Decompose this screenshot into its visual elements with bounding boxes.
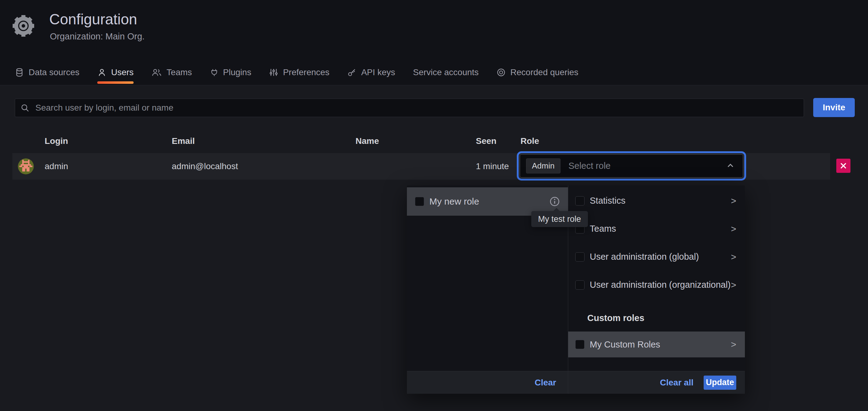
tab-users[interactable]: Users xyxy=(97,60,133,85)
my-new-role-checkbox[interactable] xyxy=(415,197,424,206)
role-tooltip: My test role xyxy=(531,211,588,227)
chevron-right-icon: > xyxy=(731,280,736,290)
user-email: admin@localhost xyxy=(172,153,238,180)
info-icon[interactable] xyxy=(549,196,560,207)
user-avatar xyxy=(18,158,34,174)
grafana-configuration-page: Configuration Organization: Main Org. Da… xyxy=(0,0,868,411)
role-picker-placeholder: Select role xyxy=(568,161,611,171)
clear-all-button[interactable]: Clear all xyxy=(660,378,693,388)
user-seen: 1 minute xyxy=(476,153,509,180)
chevron-right-icon: > xyxy=(731,196,736,206)
column-name: Name xyxy=(355,136,379,146)
users-icon xyxy=(151,67,162,77)
role-picker[interactable]: Admin Select role xyxy=(520,154,743,178)
sliders-icon xyxy=(269,67,278,77)
tab-plugins[interactable]: Plugins xyxy=(210,60,251,85)
tab-teams[interactable]: Teams xyxy=(151,60,192,85)
tab-service-accounts[interactable]: Service accounts xyxy=(413,60,478,85)
statistics-checkbox[interactable] xyxy=(575,196,585,206)
group-option-teams[interactable]: Teams > xyxy=(568,215,745,243)
dropdown-groups-panel: Statistics > Teams > User administration… xyxy=(568,185,745,371)
user-icon xyxy=(97,67,106,77)
search-input[interactable] xyxy=(15,98,804,117)
users-content: Invite Login Email Name Seen Role xyxy=(0,85,868,411)
close-icon xyxy=(840,162,847,170)
page-header: Configuration Organization: Main Org. Da… xyxy=(0,0,868,85)
user-admin-org-checkbox[interactable] xyxy=(575,281,585,290)
page-title: Configuration xyxy=(49,10,137,28)
group-option-user-admin-global[interactable]: User administration (global) > xyxy=(568,243,745,271)
chevron-right-icon: > xyxy=(731,339,736,350)
tab-api-keys[interactable]: API keys xyxy=(347,60,395,85)
page-subtitle: Organization: Main Org. xyxy=(50,31,145,41)
clear-button[interactable]: Clear xyxy=(535,378,556,388)
column-role: Role xyxy=(521,136,539,146)
custom-roles-header: Custom roles xyxy=(568,304,745,331)
column-email: Email xyxy=(172,136,195,146)
my-custom-roles-checkbox[interactable] xyxy=(575,340,585,349)
search-container xyxy=(15,98,804,117)
delete-user-button[interactable] xyxy=(836,159,850,173)
group-option-statistics[interactable]: Statistics > xyxy=(568,187,745,215)
tab-preferences[interactable]: Preferences xyxy=(269,60,329,85)
configuration-gear-icon xyxy=(10,13,36,40)
user-login: admin xyxy=(44,153,68,180)
invite-button[interactable]: Invite xyxy=(813,98,855,117)
key-icon xyxy=(347,67,356,77)
plug-icon xyxy=(210,67,219,77)
column-seen: Seen xyxy=(476,136,496,146)
chevron-right-icon: > xyxy=(731,252,736,262)
config-tabs: Data sources Users Teams Plugins xyxy=(15,60,578,85)
chevron-up-icon[interactable] xyxy=(726,161,735,171)
group-option-my-custom-roles[interactable]: My Custom Roles > xyxy=(568,331,745,357)
update-button[interactable]: Update xyxy=(704,376,736,390)
database-icon xyxy=(15,67,24,77)
tab-data-sources[interactable]: Data sources xyxy=(15,60,80,85)
record-icon xyxy=(496,67,506,77)
group-option-user-admin-org[interactable]: User administration (organizational) > xyxy=(568,271,745,299)
chevron-right-icon: > xyxy=(731,224,736,234)
search-icon xyxy=(20,103,30,113)
dropdown-footer: Clear Clear all Update xyxy=(407,371,745,394)
user-admin-global-checkbox[interactable] xyxy=(575,252,585,262)
tab-recorded-queries[interactable]: Recorded queries xyxy=(496,60,578,85)
column-login: Login xyxy=(44,136,68,146)
role-badge-admin[interactable]: Admin xyxy=(526,158,560,173)
